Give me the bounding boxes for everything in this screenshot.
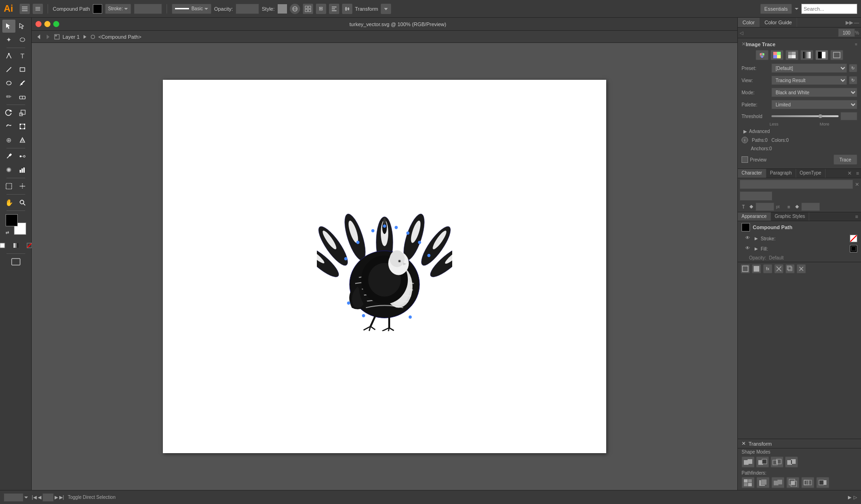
fill-color-swatch[interactable] [93,4,102,14]
font-clear-icon[interactable]: ✕ [855,182,859,188]
fill-expand-arrow[interactable]: ▶ [755,246,758,251]
align-icon[interactable] [329,4,339,14]
font-size-arrows[interactable] [749,204,754,209]
delete-item-btn[interactable] [797,264,806,273]
type-tool[interactable]: T [16,49,29,63]
stroke-color-swatch[interactable] [850,235,857,242]
style-swatch[interactable] [278,4,287,14]
trim-btn[interactable] [756,477,770,488]
search-input[interactable] [801,4,857,14]
menu-icon[interactable] [33,4,43,14]
clear-appearance-btn[interactable] [774,264,784,273]
panel-forward-icon[interactable]: ▶▶ [846,20,853,26]
minus-front-btn[interactable] [756,456,769,468]
stroke-visibility-icon[interactable]: 👁 [745,235,752,242]
high-color-preset[interactable] [770,50,784,60]
opentype-tab[interactable]: OpenType [796,169,826,178]
slice-tool[interactable] [16,180,29,193]
close-button[interactable] [35,21,42,27]
advanced-toggle[interactable]: ▶ Advanced [740,127,859,135]
character-tab[interactable]: Character [738,169,766,178]
unite-btn[interactable] [742,456,755,468]
character-panel-menu[interactable]: ≡ [854,169,861,178]
auto-color-preset[interactable] [756,50,769,60]
threshold-thumb[interactable] [819,114,822,118]
back-arrow-icon[interactable] [35,34,42,40]
perspective-tool[interactable] [16,133,29,147]
line-height-arrows[interactable] [795,204,799,209]
font-size-input[interactable]: 12 p [756,203,774,211]
artboard-tool[interactable] [2,180,15,193]
swap-colors-icon[interactable]: ⇄ [6,230,9,235]
preview-checkbox[interactable] [742,156,748,163]
page-number-input[interactable]: 1 [42,493,54,502]
character-panel-close[interactable]: ✕ [845,169,854,178]
magic-wand-tool[interactable]: ✦ [2,33,15,46]
pencil-tool[interactable]: ✏ [2,90,15,103]
view-refresh-btn[interactable]: ↻ [849,76,857,84]
appearance-tab[interactable]: Appearance [738,212,771,221]
graph-tool[interactable] [16,163,29,176]
opacity-input[interactable]: 100% [236,4,259,14]
stroke-gradient-btn[interactable] [9,239,22,252]
image-trace-close[interactable]: ✕ [742,41,746,47]
foreground-color-swatch[interactable] [6,214,18,226]
grayscale-preset[interactable] [800,50,813,60]
divide-btn[interactable] [742,477,755,488]
rotate-tool[interactable] [2,106,15,119]
turkey-image[interactable] [317,186,452,332]
workspace-icon[interactable] [20,4,30,14]
graphic-styles-tab[interactable]: Graphic Styles [771,212,809,221]
scale-tool[interactable] [16,106,29,119]
rect-tool[interactable] [16,63,29,76]
eraser-tool[interactable] [16,90,29,103]
shape-builder-tool[interactable]: ⊕ [2,133,15,147]
pen-tool[interactable] [2,49,15,63]
stroke-none-btn[interactable] [0,239,9,252]
panel-collapse-icon[interactable]: — [854,20,859,26]
lasso-tool[interactable] [16,33,29,46]
zoom-input[interactable] [838,28,855,37]
add-new-fill-btn[interactable] [752,264,761,273]
distribute-icon[interactable] [342,4,352,14]
zoom-back-icon[interactable]: ◁ [740,30,743,35]
symbol-tool[interactable]: ✺ [2,163,15,176]
font-style-input[interactable]: Regular [740,191,772,201]
free-transform-tool[interactable] [16,120,29,133]
mode-select[interactable]: Black and White [771,88,857,97]
outline-preset[interactable] [830,50,843,60]
minus-back-btn[interactable] [816,477,829,488]
copy-item-btn[interactable] [785,264,795,273]
last-page-icon[interactable]: ▶| [59,495,64,500]
zoom-tool[interactable] [16,196,29,209]
blend-tool[interactable] [16,150,29,163]
transform-header[interactable]: ✕ Transform [738,439,861,448]
selection-tool[interactable] [2,20,15,33]
view-select[interactable]: Tracing Result [771,76,847,85]
appearance-menu-icon[interactable]: ≡ [853,212,861,221]
intersect-btn[interactable] [770,456,784,468]
info-icon[interactable]: i [742,137,748,143]
status-arrow-right[interactable]: ▷ [854,495,857,500]
next-page-icon[interactable]: ▶ [55,495,58,500]
essentials-btn[interactable]: Essentials [760,4,792,14]
image-trace-menu[interactable]: ≡ [855,42,857,47]
screen-mode-btn[interactable] [9,255,22,268]
warp-tool[interactable] [2,120,15,133]
globe-icon[interactable] [290,4,300,14]
bw-preset[interactable] [815,50,828,60]
status-zoom-input[interactable]: 100% [4,493,23,502]
fill-visibility-icon[interactable]: 👁 [745,245,752,252]
font-name-input[interactable]: Myriad Pro [740,180,853,189]
brush-tool[interactable] [16,77,29,90]
color-guide-tab[interactable]: Color Guide [760,18,797,27]
paragraph-tab[interactable]: Paragraph [766,169,796,178]
palette-select[interactable]: Limited [771,100,857,109]
forward-arrow-icon[interactable] [45,34,51,40]
stroke-value-input[interactable] [134,4,162,14]
appearance-fill-swatch[interactable] [742,223,750,231]
fill-color-swatch[interactable] [850,245,857,252]
line-height-input[interactable]: Auto [801,203,820,211]
eyedropper-tool[interactable] [2,150,15,163]
preset-select[interactable]: [Default] [771,63,847,73]
